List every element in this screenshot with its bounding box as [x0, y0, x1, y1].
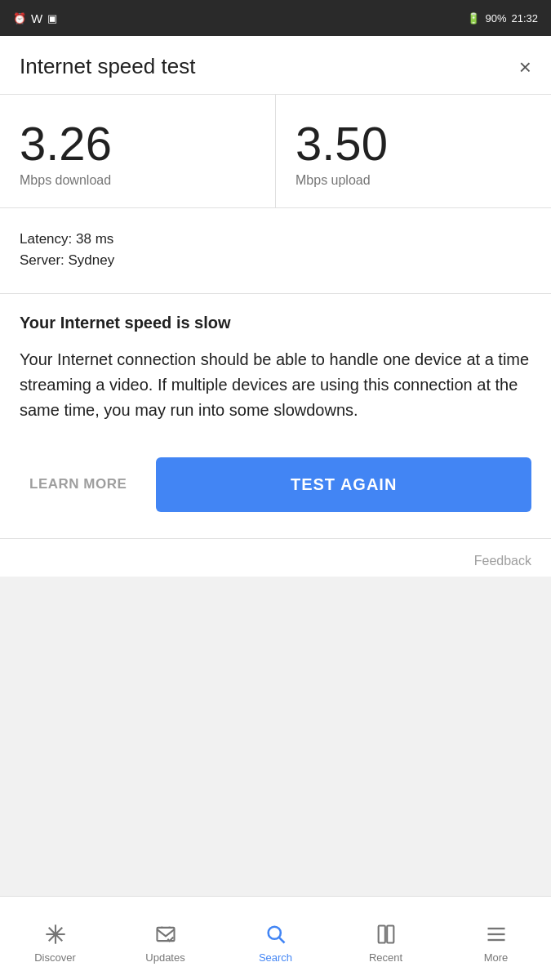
latency-value: 38 ms — [76, 231, 113, 247]
battery-percent: 90% — [485, 12, 506, 24]
nav-item-discover[interactable]: Discover — [0, 914, 110, 964]
server-row: Server: Sydney — [20, 252, 531, 269]
status-left: ⏰ W ▣ — [13, 11, 57, 25]
message-title: Your Internet speed is slow — [20, 314, 531, 332]
bottom-nav: Discover Updates Search — [0, 896, 551, 980]
updates-label: Updates — [145, 951, 184, 964]
learn-more-button[interactable]: LEARN MORE — [20, 461, 136, 507]
download-label: Mbps download — [20, 173, 256, 188]
updates-icon — [153, 922, 178, 947]
svg-point-7 — [268, 926, 280, 938]
svg-rect-9 — [378, 925, 384, 942]
server-value: Sydney — [69, 252, 115, 268]
upload-value: 3.50 — [295, 118, 531, 170]
feedback-area: Feedback — [0, 539, 551, 577]
nav-item-search[interactable]: Search — [220, 914, 331, 964]
server-label: Server: — [20, 252, 69, 268]
message-section: Your Internet speed is slow Your Interne… — [0, 294, 551, 446]
card-title: Internet speed test — [20, 54, 195, 79]
close-button[interactable]: × — [519, 56, 531, 78]
discover-icon — [43, 922, 68, 947]
more-label: More — [484, 951, 509, 964]
action-row: LEARN MORE TEST AGAIN — [0, 446, 551, 539]
status-right: 🔋 90% 21:32 — [467, 12, 538, 24]
upload-cell: 3.50 Mbps upload — [276, 95, 551, 207]
search-icon — [264, 922, 288, 947]
speed-test-card: Internet speed test × 3.26 Mbps download… — [0, 36, 551, 577]
time-display: 21:32 — [511, 12, 538, 24]
download-value: 3.26 — [20, 118, 256, 170]
latency-label: Latency: — [20, 231, 76, 247]
message-body: Your Internet connection should be able … — [20, 347, 531, 423]
alarm-icon: ⏰ — [13, 12, 26, 24]
feedback-label: Feedback — [474, 554, 531, 568]
recent-label: Recent — [369, 951, 402, 964]
svg-rect-10 — [387, 925, 393, 942]
test-again-button[interactable]: TEST AGAIN — [156, 457, 531, 512]
more-icon — [484, 922, 509, 947]
recent-icon — [374, 922, 398, 947]
battery-icon: 🔋 — [467, 12, 480, 24]
nav-item-updates[interactable]: Updates — [110, 914, 220, 964]
download-cell: 3.26 Mbps download — [0, 95, 276, 207]
svg-line-8 — [279, 938, 284, 942]
latency-row: Latency: 38 ms — [20, 231, 531, 247]
status-bar: ⏰ W ▣ 🔋 90% 21:32 — [0, 0, 551, 36]
search-label: Search — [259, 951, 292, 964]
info-section: Latency: 38 ms Server: Sydney — [0, 208, 551, 294]
signal-icon: ▣ — [47, 12, 57, 24]
nav-item-more[interactable]: More — [441, 914, 551, 964]
w-icon: W — [31, 11, 42, 25]
upload-label: Mbps upload — [295, 173, 531, 188]
card-header: Internet speed test × — [0, 36, 551, 95]
nav-item-recent[interactable]: Recent — [331, 914, 441, 964]
speed-row: 3.26 Mbps download 3.50 Mbps upload — [0, 95, 551, 208]
discover-label: Discover — [34, 951, 76, 964]
